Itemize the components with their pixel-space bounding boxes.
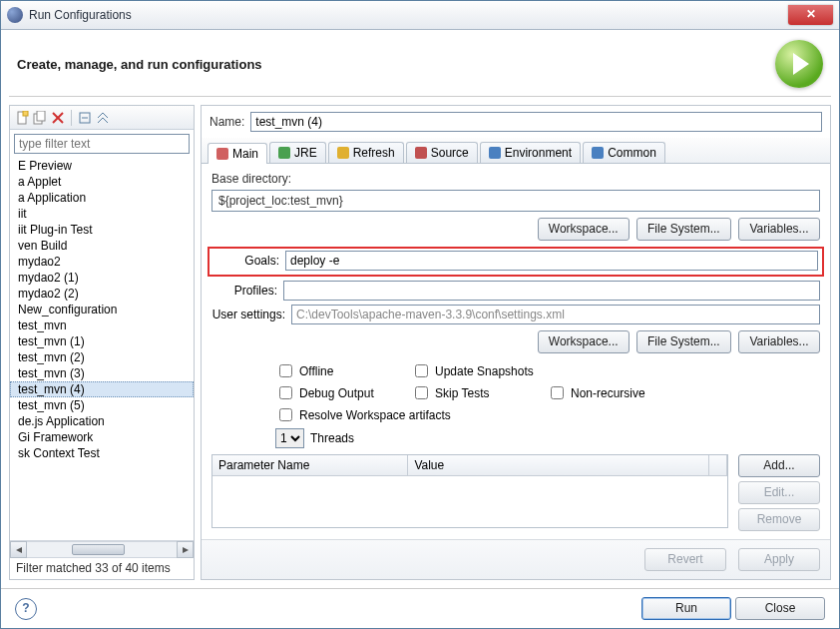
settings-variables-button[interactable]: Variables...: [738, 330, 820, 353]
scroll-left-arrow[interactable]: ◂: [10, 541, 27, 558]
jre-tab-icon: [278, 147, 290, 159]
tab-label: Refresh: [353, 146, 395, 160]
tree-item[interactable]: iit: [10, 206, 194, 222]
scroll-track[interactable]: [27, 541, 177, 558]
name-label: Name:: [210, 115, 244, 129]
base-dir-workspace-button[interactable]: Workspace...: [538, 218, 630, 241]
dialog-header: Create, manage, and run configurations: [1, 30, 839, 96]
update-label: Update Snapshots: [435, 364, 534, 378]
tab-main[interactable]: Main: [208, 143, 267, 164]
skip-label: Skip Tests: [435, 386, 489, 400]
param-col-value[interactable]: Value: [408, 455, 709, 475]
base-dir-value[interactable]: ${project_loc:test_mvn}: [211, 190, 820, 212]
parameter-table[interactable]: Parameter Name Value: [211, 454, 728, 528]
tree-item[interactable]: Gi Framework: [10, 429, 194, 445]
settings-workspace-button[interactable]: Workspace...: [538, 330, 630, 353]
param-edit-button: Edit...: [738, 481, 820, 504]
toolbar-separator: [71, 110, 72, 126]
dialog-footer: ? Run Close: [1, 588, 839, 628]
profiles-label: Profiles:: [211, 284, 283, 298]
sidebar-toolbar: [10, 106, 194, 130]
non-recursive-checkbox[interactable]: Non-recursive: [547, 383, 676, 402]
update-snapshots-checkbox[interactable]: Update Snapshots: [411, 361, 541, 380]
tab-refresh[interactable]: Refresh: [328, 142, 404, 163]
tree-item[interactable]: a Applet: [10, 174, 194, 190]
offline-label: Offline: [299, 364, 333, 378]
tree-item[interactable]: a Application: [10, 190, 194, 206]
environment-tab-icon: [489, 147, 501, 159]
collapse-all-icon[interactable]: [77, 110, 93, 126]
tree-item[interactable]: test_mvn (2): [10, 349, 194, 365]
base-dir-variables-button[interactable]: Variables...: [738, 218, 820, 241]
filter-icon[interactable]: [95, 110, 111, 126]
resolve-label: Resolve Workspace artifacts: [299, 408, 451, 422]
delete-config-icon[interactable]: [50, 110, 66, 126]
tab-label: Common: [608, 146, 656, 160]
goals-label: Goals:: [213, 254, 285, 268]
tab-body-main: Base directory: ${project_loc:test_mvn} …: [202, 164, 830, 539]
offline-checkbox[interactable]: Offline: [275, 361, 405, 380]
window-close-button[interactable]: ✕: [788, 5, 833, 25]
common-tab-icon: [592, 147, 604, 159]
new-config-icon[interactable]: [14, 110, 30, 126]
name-input[interactable]: [250, 112, 822, 132]
tree-item[interactable]: sk Context Test: [10, 445, 194, 461]
run-button[interactable]: Run: [641, 597, 731, 620]
tree-item[interactable]: ven Build: [10, 238, 194, 254]
filter-box: [14, 134, 190, 154]
refresh-tab-icon: [337, 147, 349, 159]
tab-environment[interactable]: Environment: [480, 142, 581, 163]
user-settings-label: User settings:: [211, 308, 291, 321]
scroll-right-arrow[interactable]: ▸: [177, 541, 194, 558]
tree-item[interactable]: test_mvn (5): [10, 397, 194, 413]
tree-item[interactable]: mydao2: [10, 254, 194, 270]
param-remove-button: Remove: [738, 508, 820, 531]
horizontal-scrollbar[interactable]: ◂ ▸: [10, 540, 194, 557]
threads-select[interactable]: 1: [275, 428, 304, 448]
tab-jre[interactable]: JRE: [269, 142, 326, 163]
nonrec-label: Non-recursive: [571, 386, 645, 400]
tree-item[interactable]: de.js Application: [10, 413, 194, 429]
scroll-thumb[interactable]: [72, 544, 125, 555]
close-button[interactable]: Close: [735, 597, 825, 620]
svg-rect-1: [23, 111, 28, 116]
window-title: Run Configurations: [29, 8, 788, 22]
skip-tests-checkbox[interactable]: Skip Tests: [411, 383, 541, 402]
goals-input[interactable]: [285, 251, 818, 271]
apply-button: Apply: [738, 548, 820, 571]
tree-item[interactable]: test_mvn (4): [10, 381, 194, 397]
tab-source[interactable]: Source: [406, 142, 478, 163]
param-col-name[interactable]: Parameter Name: [212, 455, 408, 475]
tab-label: Environment: [505, 146, 572, 160]
base-dir-label: Base directory:: [211, 172, 820, 186]
config-tree[interactable]: E Previewa Appleta Applicationiitiit Plu…: [10, 158, 194, 540]
run-badge-icon: [775, 40, 823, 88]
tree-item[interactable]: iit Plug-in Test: [10, 222, 194, 238]
svg-rect-3: [37, 111, 45, 121]
param-add-button[interactable]: Add...: [738, 454, 820, 477]
duplicate-config-icon[interactable]: [32, 110, 48, 126]
tree-item[interactable]: mydao2 (2): [10, 286, 194, 302]
panel-footer: Revert Apply: [202, 539, 830, 579]
filter-status-text: Filter matched 33 of 40 items: [10, 557, 194, 579]
settings-filesystem-button[interactable]: File System...: [636, 330, 731, 353]
revert-button: Revert: [644, 548, 726, 571]
user-settings-input[interactable]: [291, 305, 820, 324]
tree-item[interactable]: test_mvn (3): [10, 365, 194, 381]
debug-output-checkbox[interactable]: Debug Output: [275, 383, 405, 402]
tree-item[interactable]: New_configuration: [10, 302, 194, 317]
tab-common[interactable]: Common: [583, 142, 665, 163]
filter-input[interactable]: [14, 134, 190, 154]
config-main-panel: Name: MainJRERefreshSourceEnvironmentCom…: [201, 105, 831, 580]
tree-item[interactable]: mydao2 (1): [10, 270, 194, 286]
profiles-input[interactable]: [283, 281, 820, 301]
help-icon[interactable]: ?: [15, 598, 37, 620]
tree-item[interactable]: test_mvn: [10, 317, 194, 333]
tree-item[interactable]: test_mvn (1): [10, 333, 194, 349]
tree-item[interactable]: E Preview: [10, 158, 194, 174]
debug-label: Debug Output: [299, 386, 374, 400]
dialog-title: Create, manage, and run configurations: [17, 57, 775, 72]
base-dir-filesystem-button[interactable]: File System...: [636, 218, 731, 241]
resolve-workspace-checkbox[interactable]: Resolve Workspace artifacts: [275, 405, 495, 424]
tab-label: Main: [232, 147, 258, 161]
